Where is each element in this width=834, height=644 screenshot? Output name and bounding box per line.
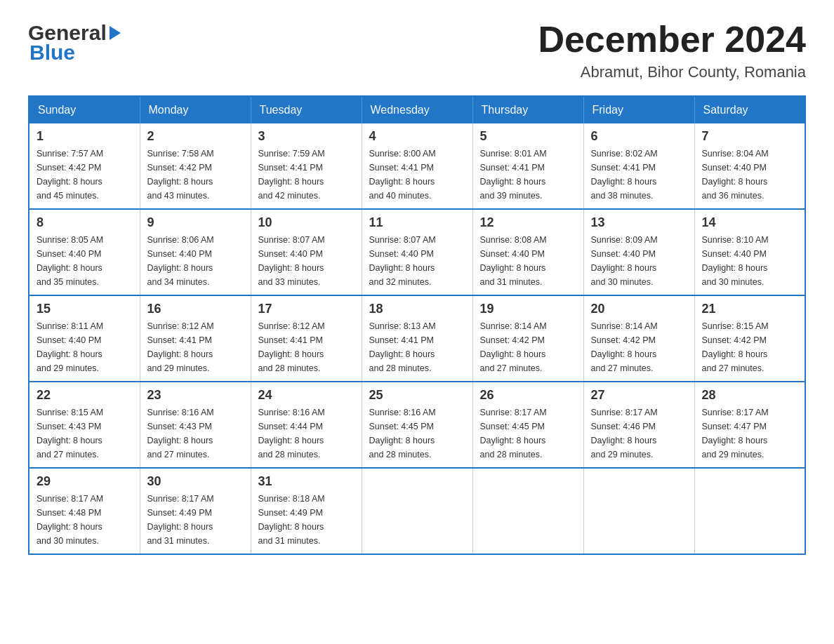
day-number: 28	[702, 388, 798, 403]
day-number: 19	[480, 302, 576, 316]
day-info: Sunrise: 7:58 AM Sunset: 4:42 PM Dayligh…	[147, 147, 244, 203]
table-cell: 29 Sunrise: 8:17 AM Sunset: 4:48 PM Dayl…	[29, 468, 140, 554]
day-number: 24	[258, 388, 355, 403]
table-cell: 2 Sunrise: 7:58 AM Sunset: 4:42 PM Dayli…	[140, 123, 251, 209]
day-number: 17	[258, 302, 355, 316]
day-info: Sunrise: 8:02 AM Sunset: 4:41 PM Dayligh…	[591, 147, 687, 203]
day-number: 3	[258, 129, 355, 144]
table-cell: 3 Sunrise: 7:59 AM Sunset: 4:41 PM Dayli…	[251, 123, 362, 209]
table-cell: 13 Sunrise: 8:09 AM Sunset: 4:40 PM Dayl…	[583, 209, 694, 295]
day-info: Sunrise: 8:16 AM Sunset: 4:45 PM Dayligh…	[369, 405, 465, 462]
table-cell: 21 Sunrise: 8:15 AM Sunset: 4:42 PM Dayl…	[694, 295, 805, 382]
table-cell: 15 Sunrise: 8:11 AM Sunset: 4:40 PM Dayl…	[29, 295, 140, 382]
day-info: Sunrise: 8:06 AM Sunset: 4:40 PM Dayligh…	[147, 233, 244, 289]
table-cell: 19 Sunrise: 8:14 AM Sunset: 4:42 PM Dayl…	[472, 295, 583, 382]
day-info: Sunrise: 8:14 AM Sunset: 4:42 PM Dayligh…	[480, 319, 576, 375]
day-info: Sunrise: 8:18 AM Sunset: 4:49 PM Dayligh…	[258, 492, 355, 548]
col-wednesday: Wednesday	[362, 96, 472, 123]
day-number: 20	[591, 302, 687, 316]
day-info: Sunrise: 8:09 AM Sunset: 4:40 PM Dayligh…	[591, 233, 687, 289]
day-number: 30	[147, 474, 244, 489]
day-number: 6	[591, 129, 687, 144]
day-info: Sunrise: 8:00 AM Sunset: 4:41 PM Dayligh…	[369, 147, 465, 203]
day-number: 9	[147, 215, 244, 230]
table-cell: 1 Sunrise: 7:57 AM Sunset: 4:42 PM Dayli…	[29, 123, 140, 209]
day-number: 4	[369, 129, 465, 144]
col-tuesday: Tuesday	[251, 96, 362, 123]
day-number: 22	[37, 388, 133, 403]
day-info: Sunrise: 8:07 AM Sunset: 4:40 PM Dayligh…	[369, 233, 465, 289]
table-cell: 10 Sunrise: 8:07 AM Sunset: 4:40 PM Dayl…	[251, 209, 362, 295]
table-cell: 23 Sunrise: 8:16 AM Sunset: 4:43 PM Dayl…	[140, 382, 251, 468]
table-cell: 5 Sunrise: 8:01 AM Sunset: 4:41 PM Dayli…	[472, 123, 583, 209]
day-number: 14	[702, 215, 798, 230]
day-number: 23	[147, 388, 244, 403]
day-info: Sunrise: 7:57 AM Sunset: 4:42 PM Dayligh…	[37, 147, 133, 203]
day-info: Sunrise: 8:05 AM Sunset: 4:40 PM Dayligh…	[37, 233, 133, 289]
table-cell: 30 Sunrise: 8:17 AM Sunset: 4:49 PM Dayl…	[140, 468, 251, 554]
table-cell: 4 Sunrise: 8:00 AM Sunset: 4:41 PM Dayli…	[362, 123, 472, 209]
table-cell: 14 Sunrise: 8:10 AM Sunset: 4:40 PM Dayl…	[694, 209, 805, 295]
day-info: Sunrise: 8:12 AM Sunset: 4:41 PM Dayligh…	[147, 319, 244, 375]
col-thursday: Thursday	[472, 96, 583, 123]
location-subtitle: Abramut, Bihor County, Romania	[538, 63, 806, 81]
day-number: 16	[147, 302, 244, 316]
table-cell: 9 Sunrise: 8:06 AM Sunset: 4:40 PM Dayli…	[140, 209, 251, 295]
day-number: 31	[258, 474, 355, 489]
day-info: Sunrise: 8:04 AM Sunset: 4:40 PM Dayligh…	[702, 147, 798, 203]
day-info: Sunrise: 8:17 AM Sunset: 4:46 PM Dayligh…	[591, 405, 687, 462]
day-info: Sunrise: 8:16 AM Sunset: 4:44 PM Dayligh…	[258, 405, 355, 462]
day-info: Sunrise: 8:15 AM Sunset: 4:42 PM Dayligh…	[702, 319, 798, 375]
table-cell: 27 Sunrise: 8:17 AM Sunset: 4:46 PM Dayl…	[583, 382, 694, 468]
table-cell: 7 Sunrise: 8:04 AM Sunset: 4:40 PM Dayli…	[694, 123, 805, 209]
day-number: 27	[591, 388, 687, 403]
col-friday: Friday	[583, 96, 694, 123]
table-cell	[694, 468, 805, 554]
day-info: Sunrise: 8:16 AM Sunset: 4:43 PM Dayligh…	[147, 405, 244, 462]
day-number: 1	[37, 129, 133, 144]
table-cell: 6 Sunrise: 8:02 AM Sunset: 4:41 PM Dayli…	[583, 123, 694, 209]
table-cell: 25 Sunrise: 8:16 AM Sunset: 4:45 PM Dayl…	[362, 382, 472, 468]
day-info: Sunrise: 8:17 AM Sunset: 4:48 PM Dayligh…	[37, 492, 133, 548]
day-info: Sunrise: 8:08 AM Sunset: 4:40 PM Dayligh…	[480, 233, 576, 289]
day-number: 2	[147, 129, 244, 144]
day-number: 15	[37, 302, 133, 316]
calendar-header-row: Sunday Monday Tuesday Wednesday Thursday…	[29, 96, 805, 123]
day-number: 12	[480, 215, 576, 230]
day-info: Sunrise: 8:17 AM Sunset: 4:47 PM Dayligh…	[702, 405, 798, 462]
day-info: Sunrise: 8:13 AM Sunset: 4:41 PM Dayligh…	[369, 319, 465, 375]
title-area: December 2024 Abramut, Bihor County, Rom…	[538, 21, 806, 81]
calendar-week-4: 22 Sunrise: 8:15 AM Sunset: 4:43 PM Dayl…	[29, 382, 805, 468]
day-number: 8	[37, 215, 133, 230]
table-cell: 12 Sunrise: 8:08 AM Sunset: 4:40 PM Dayl…	[472, 209, 583, 295]
table-cell: 31 Sunrise: 8:18 AM Sunset: 4:49 PM Dayl…	[251, 468, 362, 554]
logo-arrow-icon	[110, 26, 121, 40]
table-cell	[583, 468, 694, 554]
day-info: Sunrise: 8:11 AM Sunset: 4:40 PM Dayligh…	[37, 319, 133, 375]
day-number: 13	[591, 215, 687, 230]
day-number: 21	[702, 302, 798, 316]
page-header: General Blue December 2024 Abramut, Biho…	[28, 21, 806, 81]
calendar-week-5: 29 Sunrise: 8:17 AM Sunset: 4:48 PM Dayl…	[29, 468, 805, 554]
day-info: Sunrise: 7:59 AM Sunset: 4:41 PM Dayligh…	[258, 147, 355, 203]
col-sunday: Sunday	[29, 96, 140, 123]
day-info: Sunrise: 8:14 AM Sunset: 4:42 PM Dayligh…	[591, 319, 687, 375]
day-info: Sunrise: 8:17 AM Sunset: 4:45 PM Dayligh…	[480, 405, 576, 462]
table-cell: 26 Sunrise: 8:17 AM Sunset: 4:45 PM Dayl…	[472, 382, 583, 468]
calendar-week-1: 1 Sunrise: 7:57 AM Sunset: 4:42 PM Dayli…	[29, 123, 805, 209]
table-cell: 20 Sunrise: 8:14 AM Sunset: 4:42 PM Dayl…	[583, 295, 694, 382]
day-number: 26	[480, 388, 576, 403]
logo-line2: Blue	[28, 41, 121, 65]
day-number: 29	[37, 474, 133, 489]
logo: General Blue	[28, 21, 121, 65]
calendar-week-2: 8 Sunrise: 8:05 AM Sunset: 4:40 PM Dayli…	[29, 209, 805, 295]
col-saturday: Saturday	[694, 96, 805, 123]
table-cell	[472, 468, 583, 554]
table-cell: 16 Sunrise: 8:12 AM Sunset: 4:41 PM Dayl…	[140, 295, 251, 382]
table-cell: 17 Sunrise: 8:12 AM Sunset: 4:41 PM Dayl…	[251, 295, 362, 382]
day-number: 18	[369, 302, 465, 316]
day-info: Sunrise: 8:10 AM Sunset: 4:40 PM Dayligh…	[702, 233, 798, 289]
day-info: Sunrise: 8:07 AM Sunset: 4:40 PM Dayligh…	[258, 233, 355, 289]
day-number: 5	[480, 129, 576, 144]
table-cell: 22 Sunrise: 8:15 AM Sunset: 4:43 PM Dayl…	[29, 382, 140, 468]
